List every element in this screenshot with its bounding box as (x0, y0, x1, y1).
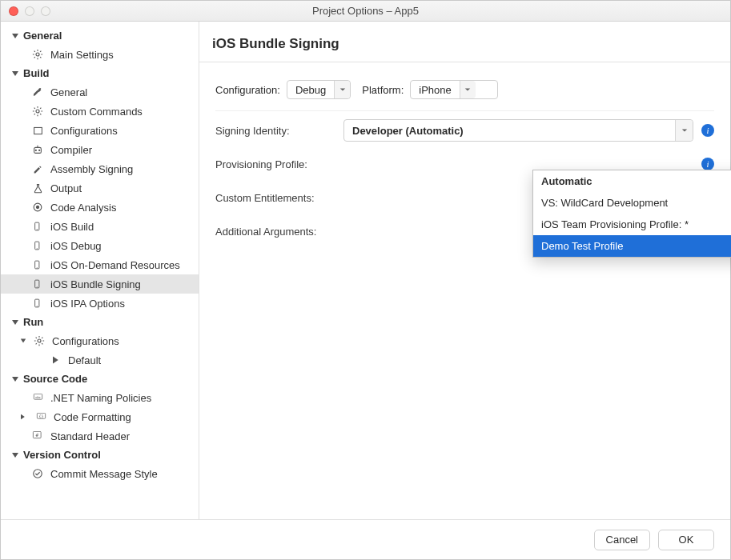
svg-point-1 (36, 110, 39, 113)
sidebar-item-run-default[interactable]: Default (1, 350, 199, 370)
signing-identity-label: Signing Identity: (215, 125, 335, 137)
sidebar-item-label: Main Settings (50, 49, 114, 61)
info-icon[interactable]: i (701, 158, 714, 170)
chevron-down-icon (12, 453, 18, 458)
config-platform-row: Configuration: Debug Platform: iPhone (215, 74, 714, 111)
close-window-button[interactable] (9, 6, 18, 16)
section-general[interactable]: General (1, 26, 199, 45)
window-controls (1, 6, 50, 16)
svg-text:#: # (35, 432, 38, 438)
section-label: General (23, 30, 62, 42)
phone-icon (31, 258, 44, 271)
sidebar-item-naming-policies[interactable]: abc .NET Naming Policies (1, 388, 199, 407)
sidebar-item-label: Assembly Signing (50, 163, 133, 175)
target-icon (31, 201, 44, 214)
sidebar-item-configurations[interactable]: Configurations (1, 121, 199, 140)
sidebar-item-ios-debug[interactable]: iOS Debug (1, 236, 199, 255)
sidebar-item-assembly-signing[interactable]: Assembly Signing (1, 159, 199, 178)
sidebar-item-code-formatting[interactable]: {} Code Formatting (1, 407, 199, 426)
sidebar-item-ios-ipa[interactable]: iOS IPA Options (1, 294, 199, 313)
platform-select[interactable]: iPhone (410, 80, 498, 99)
section-source-code[interactable]: Source Code (1, 370, 199, 388)
chevron-down-icon (12, 377, 18, 382)
cancel-button[interactable]: Cancel (594, 530, 650, 550)
svg-point-0 (36, 53, 39, 56)
chevron-down-icon (675, 120, 693, 141)
hash-icon: # (31, 430, 44, 442)
platform-label: Platform: (362, 84, 404, 96)
sidebar-item-label: iOS On-Demand Resources (50, 259, 180, 271)
titlebar: Project Options – App5 (1, 1, 730, 22)
sidebar-item-label: General (50, 86, 87, 98)
sidebar-item-ios-build[interactable]: iOS Build (1, 217, 199, 236)
dropdown-option[interactable]: Automatic (533, 170, 731, 192)
panel-heading: iOS Bundle Signing (199, 22, 730, 62)
hammer-icon (31, 86, 44, 98)
sidebar-item-code-analysis[interactable]: Code Analysis (1, 198, 199, 217)
chevron-down-icon (12, 71, 18, 76)
sidebar-item-standard-header[interactable]: # Standard Header (1, 426, 199, 446)
configuration-select[interactable]: Debug (287, 80, 351, 99)
abc-icon: abc (31, 391, 44, 404)
section-build[interactable]: Build (1, 64, 199, 82)
sidebar-item-compiler[interactable]: Compiler (1, 140, 199, 159)
phone-icon (31, 278, 44, 290)
chevron-right-icon (21, 414, 27, 419)
signing-identity-select[interactable]: Developer (Automatic) (343, 119, 693, 142)
sidebar-item-label: Output (50, 182, 82, 194)
sidebar-item-label: .NET Naming Policies (50, 392, 151, 404)
configuration-value: Debug (287, 84, 334, 96)
chevron-down-icon (12, 34, 18, 38)
play-icon (49, 354, 62, 366)
sidebar-item-label: Default (68, 354, 101, 366)
sidebar-item-label: iOS Debug (50, 240, 102, 252)
dropdown-option[interactable]: iOS Team Provisioning Profile: * (533, 214, 731, 235)
svg-point-25 (34, 470, 42, 478)
svg-point-3 (35, 150, 37, 151)
zoom-window-button[interactable] (41, 6, 50, 16)
sidebar-item-custom-commands[interactable]: Custom Commands (1, 102, 199, 121)
sidebar-item-label: iOS Bundle Signing (50, 278, 141, 290)
sidebar-item-label: Configurations (50, 125, 118, 137)
sidebar-item-label: Custom Commands (50, 106, 143, 118)
section-label: Run (23, 316, 43, 328)
info-icon[interactable]: i (701, 124, 714, 137)
svg-point-11 (37, 248, 38, 249)
dropdown-option[interactable]: VS: WildCard Development (533, 192, 731, 214)
svg-point-15 (37, 286, 38, 287)
dropdown-option[interactable]: Demo Test Profile (533, 235, 731, 257)
sidebar-item-output[interactable]: Output (1, 178, 199, 198)
phone-icon (31, 239, 44, 252)
flask-icon (31, 182, 44, 194)
sidebar-item-commit-style[interactable]: Commit Message Style (1, 464, 199, 483)
phone-icon (31, 220, 44, 233)
ok-button[interactable]: OK (658, 530, 714, 550)
sidebar-item-build-general[interactable]: General (1, 82, 199, 102)
sidebar-item-label: Standard Header (50, 430, 130, 442)
svg-point-9 (37, 229, 38, 230)
sidebar-item-run-configurations[interactable]: Configurations (1, 331, 199, 350)
gear-icon (33, 334, 46, 347)
section-run[interactable]: Run (1, 313, 199, 331)
signing-identity-value: Developer (Automatic) (352, 125, 464, 137)
section-label: Source Code (23, 373, 87, 385)
gear-icon (31, 48, 44, 61)
pen-icon (31, 162, 44, 175)
provisioning-profile-dropdown[interactable]: Automatic VS: WildCard Development iOS T… (532, 170, 731, 258)
section-version-control[interactable]: Version Control (1, 446, 199, 464)
sidebar: General Main Settings Build General Cust… (1, 22, 199, 519)
provisioning-profile-label: Provisioning Profile: (215, 158, 335, 170)
check-icon (31, 467, 44, 480)
robot-icon (31, 143, 44, 156)
sidebar-item-label: Configurations (52, 335, 119, 347)
sidebar-item-label: iOS Build (50, 221, 94, 233)
gear-icon (31, 105, 44, 118)
sidebar-item-ios-bundle-signing[interactable]: iOS Bundle Signing (1, 274, 199, 294)
sidebar-item-main-settings[interactable]: Main Settings (1, 45, 199, 64)
chevron-down-icon (21, 339, 26, 343)
minimize-window-button[interactable] (25, 6, 34, 16)
configuration-label: Configuration: (215, 84, 280, 96)
custom-entitlements-label: Custom Entitlements: (215, 192, 335, 204)
sidebar-item-ios-ondemand[interactable]: iOS On-Demand Resources (1, 255, 199, 274)
dialog-footer: Cancel OK (1, 519, 730, 559)
